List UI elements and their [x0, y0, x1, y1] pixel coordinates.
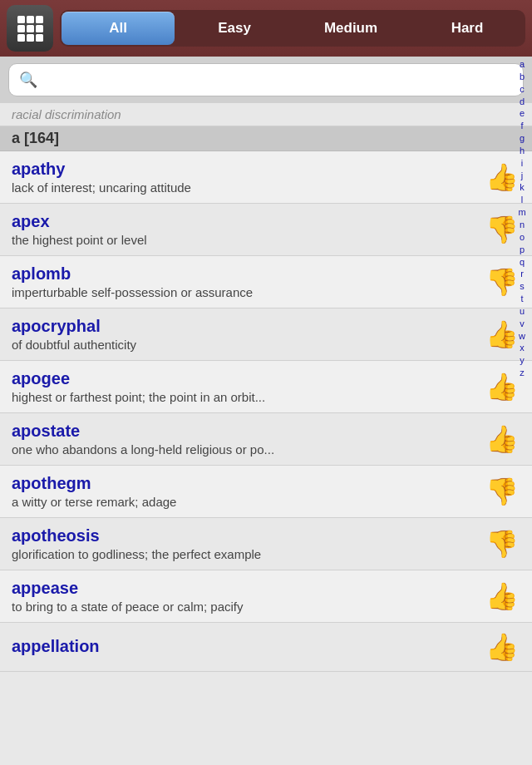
word-title: apogee: [12, 369, 477, 388]
word-title: apex: [12, 212, 477, 231]
alpha-letter-n[interactable]: n: [514, 219, 530, 231]
word-content: aplombimperturbable self-possession or a…: [12, 264, 484, 299]
word-item[interactable]: apathylack of interest; uncaring attitud…: [0, 151, 532, 204]
word-definition: glorification to godliness; the perfect …: [12, 547, 477, 561]
svg-rect-3: [17, 25, 25, 32]
word-item[interactable]: apothegma witty or terse remark; adage👎: [0, 466, 532, 518]
ghost-row: racial discrimination: [0, 103, 532, 126]
alpha-letter-c[interactable]: c: [514, 83, 530, 96]
word-item[interactable]: apocryphalof doubtful authenticity👍: [0, 308, 532, 361]
alpha-letter-h[interactable]: h: [514, 145, 530, 157]
alpha-letter-q[interactable]: q: [514, 256, 530, 269]
svg-rect-5: [36, 25, 43, 32]
svg-rect-1: [27, 16, 34, 23]
word-item[interactable]: apostateone who abandons a long-held rel…: [0, 413, 532, 466]
alpha-letter-s[interactable]: s: [514, 280, 530, 293]
alpha-letter-v[interactable]: v: [514, 318, 530, 330]
word-definition: imperturbable self-possession or assuran…: [12, 285, 477, 299]
svg-rect-2: [36, 16, 43, 23]
alphabet-sidebar: abcdefghijklmnopqrstuvwxyz: [512, 57, 532, 765]
alpha-letter-i[interactable]: i: [514, 157, 530, 170]
word-definition: lack of interest; uncaring attitude: [12, 180, 477, 195]
search-icon: 🔍: [19, 71, 37, 89]
svg-rect-8: [36, 34, 43, 42]
word-content: appeaseto bring to a state of peace or c…: [12, 579, 484, 614]
word-item[interactable]: apotheosisglorification to godliness; th…: [0, 518, 532, 570]
search-container: 🔍: [0, 57, 532, 103]
word-definition: highest or farthest point; the point in …: [12, 390, 477, 404]
word-title: apathy: [12, 160, 477, 179]
word-content: apocryphalof doubtful authenticity: [12, 317, 484, 352]
tab-hard[interactable]: Hard: [411, 12, 524, 45]
word-definition: one who abandons a long-held religious o…: [12, 442, 477, 457]
word-content: appellation: [12, 637, 484, 658]
alpha-letter-d[interactable]: d: [514, 96, 530, 108]
alpha-letter-k[interactable]: k: [514, 181, 530, 194]
tab-bar: All Easy Medium Hard: [60, 10, 525, 47]
section-label: a [164]: [12, 130, 59, 146]
alpha-letter-j[interactable]: j: [514, 170, 530, 182]
word-content: apogeehighest or farthest point; the poi…: [12, 369, 484, 404]
word-content: apostateone who abandons a long-held rel…: [12, 422, 484, 457]
alpha-letter-o[interactable]: o: [514, 231, 530, 244]
word-definition: the highest point or level: [12, 233, 477, 247]
word-item[interactable]: apexthe highest point or level👎: [0, 204, 532, 256]
word-title: apotheosis: [12, 526, 477, 545]
word-definition: a witty or terse remark; adage: [12, 495, 477, 509]
alpha-letter-y[interactable]: y: [514, 354, 530, 367]
alpha-letter-m[interactable]: m: [514, 206, 530, 219]
svg-rect-0: [17, 16, 25, 23]
alpha-letter-x[interactable]: x: [514, 342, 530, 354]
alpha-letter-r[interactable]: r: [514, 268, 530, 280]
alpha-letter-p[interactable]: p: [514, 244, 530, 256]
word-list: apathylack of interest; uncaring attitud…: [0, 151, 532, 672]
alpha-letter-u[interactable]: u: [514, 305, 530, 318]
word-title: aplomb: [12, 264, 477, 284]
alpha-letter-a[interactable]: a: [514, 58, 530, 71]
grid-button[interactable]: [7, 5, 53, 52]
alpha-letter-f[interactable]: f: [514, 120, 530, 132]
word-title: appease: [12, 579, 477, 598]
word-title: appellation: [12, 637, 477, 656]
word-content: apotheosisglorification to godliness; th…: [12, 526, 484, 561]
alpha-letter-g[interactable]: g: [514, 132, 530, 145]
word-item[interactable]: apogeehighest or farthest point; the poi…: [0, 361, 532, 413]
word-title: apothegm: [12, 474, 477, 493]
svg-rect-4: [27, 25, 34, 32]
ghost-text: racial discrimination: [12, 107, 121, 121]
word-item[interactable]: appellation👍: [0, 623, 532, 672]
word-content: apothegma witty or terse remark; adage: [12, 474, 484, 509]
tab-easy[interactable]: Easy: [178, 12, 291, 45]
tab-all[interactable]: All: [62, 12, 175, 45]
word-definition: of doubtful authenticity: [12, 338, 477, 352]
tab-medium[interactable]: Medium: [294, 12, 407, 45]
word-title: apocryphal: [12, 317, 477, 336]
svg-rect-7: [27, 34, 34, 42]
grid-icon: [15, 13, 45, 43]
alpha-letter-l[interactable]: l: [514, 194, 530, 206]
word-content: apexthe highest point or level: [12, 212, 484, 247]
word-item[interactable]: aplombimperturbable self-possession or a…: [0, 256, 532, 308]
alpha-letter-w[interactable]: w: [514, 330, 530, 343]
word-title: apostate: [12, 422, 477, 441]
word-definition: to bring to a state of peace or calm; pa…: [12, 600, 477, 614]
alpha-letter-t[interactable]: t: [514, 293, 530, 305]
search-input[interactable]: [44, 72, 513, 87]
header: All Easy Medium Hard: [0, 0, 532, 57]
alpha-letter-e[interactable]: e: [514, 107, 530, 120]
svg-rect-6: [17, 34, 25, 42]
alpha-letter-z[interactable]: z: [514, 367, 530, 379]
word-content: apathylack of interest; uncaring attitud…: [12, 160, 484, 195]
section-header: a [164]: [0, 126, 532, 151]
word-item[interactable]: appeaseto bring to a state of peace or c…: [0, 570, 532, 623]
search-bar[interactable]: 🔍: [8, 63, 524, 96]
alpha-letter-b[interactable]: b: [514, 71, 530, 83]
